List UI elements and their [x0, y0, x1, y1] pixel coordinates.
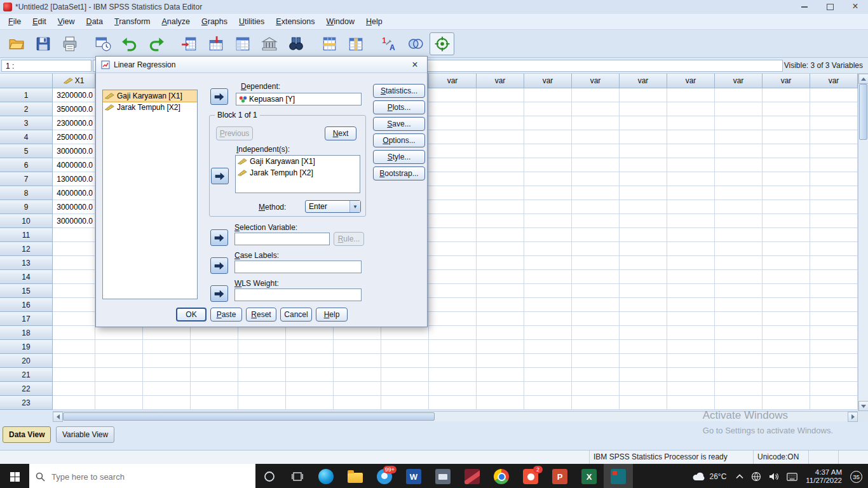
cell[interactable] — [524, 270, 572, 284]
goto-variable-button[interactable] — [203, 32, 228, 55]
cell[interactable] — [572, 228, 620, 242]
cell[interactable] — [667, 368, 715, 382]
cell[interactable] — [429, 214, 477, 228]
row-header[interactable]: 6 — [0, 158, 53, 172]
cell[interactable] — [572, 368, 620, 382]
dialog-close-button[interactable] — [408, 59, 422, 71]
cell[interactable] — [334, 396, 381, 410]
cell[interactable] — [763, 172, 810, 186]
cell[interactable] — [524, 200, 572, 214]
cell[interactable] — [667, 396, 715, 410]
keyboard-button[interactable] — [783, 464, 801, 488]
cell[interactable] — [667, 116, 715, 130]
cell-x1[interactable]: 3000000.0 — [53, 214, 95, 228]
cell[interactable] — [191, 396, 238, 410]
row-header[interactable]: 9 — [0, 200, 53, 214]
cell[interactable] — [429, 130, 477, 144]
cell[interactable] — [286, 382, 334, 396]
cell[interactable] — [667, 102, 715, 116]
cell[interactable] — [620, 298, 667, 312]
cell[interactable] — [620, 228, 667, 242]
menu-item[interactable]: Graphs — [196, 15, 233, 28]
cell[interactable] — [667, 298, 715, 312]
cell[interactable] — [667, 340, 715, 354]
cell[interactable] — [524, 172, 572, 186]
descriptives-button[interactable] — [257, 32, 281, 55]
cell[interactable] — [572, 144, 620, 158]
search-input[interactable] — [50, 471, 231, 482]
cell[interactable] — [143, 354, 191, 368]
cell[interactable] — [524, 186, 572, 200]
cell[interactable] — [763, 88, 810, 102]
cell-x1[interactable]: 3500000.0 — [53, 102, 95, 116]
cell-x1[interactable] — [53, 242, 95, 256]
row-header[interactable]: 15 — [0, 284, 53, 298]
network-button[interactable] — [748, 464, 764, 488]
cell[interactable] — [429, 144, 477, 158]
method-dropdown[interactable]: Enter ▼ — [305, 200, 361, 213]
cell[interactable] — [429, 242, 477, 256]
cell[interactable] — [572, 130, 620, 144]
row-header[interactable]: 23 — [0, 396, 53, 410]
cell[interactable] — [524, 214, 572, 228]
cancel-button[interactable]: Cancel — [280, 308, 312, 322]
cell-x1[interactable] — [53, 298, 95, 312]
cell[interactable] — [524, 284, 572, 298]
cell[interactable] — [477, 396, 524, 410]
cell[interactable] — [477, 200, 524, 214]
cell[interactable] — [620, 186, 667, 200]
cell[interactable] — [524, 326, 572, 340]
cell[interactable] — [524, 396, 572, 410]
cell[interactable] — [477, 326, 524, 340]
cell[interactable] — [524, 242, 572, 256]
cell[interactable] — [667, 326, 715, 340]
menu-item[interactable]: Extensions — [270, 15, 320, 28]
cell[interactable] — [477, 172, 524, 186]
cell[interactable] — [429, 158, 477, 172]
row-header[interactable]: 14 — [0, 270, 53, 284]
cell[interactable] — [763, 186, 810, 200]
cell[interactable] — [95, 354, 143, 368]
cell-x1[interactable]: 1300000.0 — [53, 172, 95, 186]
weight-cases-button[interactable] — [403, 32, 428, 55]
cell[interactable] — [763, 354, 810, 368]
tray-expand-button[interactable] — [733, 464, 747, 488]
cell[interactable] — [95, 326, 143, 340]
cell[interactable] — [810, 396, 858, 410]
cell[interactable] — [620, 368, 667, 382]
menu-item[interactable]: View — [52, 15, 81, 28]
weather-widget[interactable]: 26°C — [687, 471, 731, 482]
cell[interactable] — [429, 200, 477, 214]
cell[interactable] — [191, 382, 238, 396]
cell[interactable] — [381, 382, 429, 396]
cell[interactable] — [429, 270, 477, 284]
cell[interactable] — [763, 158, 810, 172]
cell[interactable] — [572, 116, 620, 130]
cell[interactable] — [667, 200, 715, 214]
cell[interactable] — [477, 312, 524, 326]
cell[interactable] — [620, 144, 667, 158]
cell[interactable] — [238, 396, 286, 410]
next-button[interactable]: Next — [325, 126, 356, 140]
cell[interactable] — [524, 256, 572, 270]
cell[interactable] — [620, 312, 667, 326]
cell[interactable] — [381, 368, 429, 382]
row-header[interactable]: 13 — [0, 256, 53, 270]
print-button[interactable] — [57, 32, 82, 55]
cell[interactable] — [191, 340, 238, 354]
cell[interactable] — [667, 158, 715, 172]
cell[interactable] — [429, 354, 477, 368]
value-labels-button[interactable]: 1A — [376, 32, 401, 55]
cell[interactable] — [429, 396, 477, 410]
independents-list[interactable]: Gaji Karyawan [X1] Jarak Tempuh [X2] — [235, 155, 360, 193]
cell-x1[interactable]: 3000000.0 — [53, 144, 95, 158]
cell[interactable] — [238, 368, 286, 382]
menu-item[interactable]: Transform — [109, 15, 156, 28]
taskbar-search[interactable] — [29, 464, 255, 488]
cell[interactable] — [763, 298, 810, 312]
column-header-x1[interactable]: X1 — [53, 74, 95, 88]
cortana-button[interactable] — [255, 464, 283, 488]
cell[interactable] — [286, 354, 334, 368]
cell[interactable] — [286, 340, 334, 354]
menu-item[interactable]: Utilities — [233, 15, 270, 28]
